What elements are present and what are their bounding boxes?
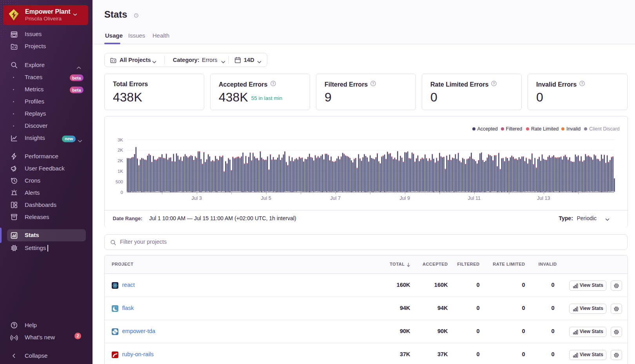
svg-text:?: ?	[272, 81, 274, 85]
svg-text:?: ?	[493, 81, 495, 85]
svg-text:?: ?	[372, 81, 375, 85]
svg-text:?: ?	[136, 14, 137, 17]
svg-text:?: ?	[581, 81, 583, 85]
